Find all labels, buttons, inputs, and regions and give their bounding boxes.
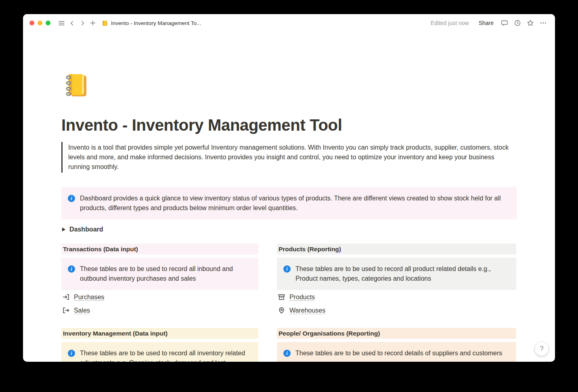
breadcrumb[interactable]: Invento - Inventory Management To...: [101, 20, 201, 27]
edited-status: Edited just now: [431, 20, 469, 26]
forward-icon[interactable]: [77, 18, 88, 28]
export-icon: [62, 307, 70, 314]
info-icon: i: [283, 350, 291, 357]
inventory-callout: i These tables are to be used to record …: [61, 342, 258, 362]
transactions-callout-text: These tables are to be used to record al…: [80, 264, 252, 284]
page-link-warehouses[interactable]: Warehouses: [277, 304, 516, 317]
back-icon[interactable]: [67, 18, 77, 28]
page-link-sales[interactable]: Sales: [61, 304, 258, 317]
columns-row-1: Transactions (Data input) i These tables…: [61, 244, 517, 317]
people-callout-text: These tables are to be used to record de…: [295, 348, 502, 358]
traffic-lights: [29, 21, 50, 25]
products-section: Products (Reporting) i These tables are …: [277, 244, 516, 317]
products-callout: i These tables are to be used to record …: [277, 258, 516, 290]
people-section: People/ Organisations (Reporting) i Thes…: [277, 328, 516, 362]
products-callout-text: These tables are to be used to record al…: [295, 264, 510, 284]
columns-row-2: Inventory Management (Data input) i Thes…: [61, 328, 517, 362]
people-callout: i These tables are to be used to record …: [277, 342, 516, 362]
dashboard-toggle[interactable]: Dashboard: [61, 224, 517, 235]
share-button[interactable]: Share: [475, 18, 497, 28]
page-scroll-area[interactable]: Invento - Inventory Management Tool Inve…: [23, 32, 555, 362]
sidebar-menu-icon[interactable]: [56, 18, 67, 28]
page-emoji-icon[interactable]: [61, 71, 90, 100]
archive-box-icon: [278, 293, 285, 301]
import-icon: [62, 293, 70, 301]
inventory-section: Inventory Management (Data input) i Thes…: [61, 328, 258, 362]
window-title: Invento - Inventory Management To...: [111, 20, 201, 26]
new-tab-icon[interactable]: [88, 18, 98, 28]
products-heading: Products (Reporting): [277, 244, 516, 254]
titlebar-actions: Edited just now Share: [431, 18, 549, 28]
page-link-label: Products: [289, 294, 315, 301]
people-heading: People/ Organisations (Reporting): [277, 328, 516, 339]
page-body: Invento - Inventory Management Tool Inve…: [61, 32, 517, 362]
close-window-button[interactable]: [29, 21, 34, 25]
info-icon: i: [68, 195, 75, 202]
history-clock-icon[interactable]: [512, 18, 523, 28]
inventory-callout-text: These tables are to be used to record al…: [80, 348, 252, 362]
minimize-window-button[interactable]: [38, 21, 42, 25]
favorite-star-icon[interactable]: [525, 18, 536, 28]
dashboard-callout: i Dashboard provides a quick glance to v…: [61, 187, 517, 219]
dashboard-callout-text: Dashboard provides a quick glance to vie…: [80, 194, 510, 213]
titlebar: Invento - Inventory Management To... Edi…: [23, 14, 555, 32]
info-icon: i: [68, 350, 75, 357]
page-link-products[interactable]: Products: [277, 291, 516, 303]
page-link-label: Purchases: [74, 294, 105, 301]
page-title: Invento - Inventory Management Tool: [61, 116, 517, 135]
page-emoji-small-icon: [101, 20, 108, 27]
transactions-heading: Transactions (Data input): [61, 244, 258, 254]
toggle-arrow-icon[interactable]: [62, 227, 65, 231]
comments-icon[interactable]: [499, 18, 510, 28]
dashboard-toggle-label: Dashboard: [69, 226, 103, 233]
zoom-window-button[interactable]: [46, 21, 50, 25]
help-button[interactable]: ?: [535, 342, 549, 356]
intro-quote: Invento is a tool that provides simple y…: [61, 142, 517, 173]
inventory-heading: Inventory Management (Data input): [61, 328, 258, 339]
page-link-label: Sales: [74, 307, 90, 314]
page-link-label: Warehouses: [289, 307, 325, 314]
more-options-icon[interactable]: [538, 18, 549, 28]
info-icon: i: [68, 265, 75, 273]
page-link-purchases[interactable]: Purchases: [61, 291, 258, 303]
transactions-callout: i These tables are to be used to record …: [61, 258, 258, 290]
info-icon: i: [283, 265, 291, 273]
app-window: Invento - Inventory Management To... Edi…: [23, 14, 555, 362]
transactions-section: Transactions (Data input) i These tables…: [61, 244, 258, 317]
location-pin-icon: [278, 307, 285, 314]
